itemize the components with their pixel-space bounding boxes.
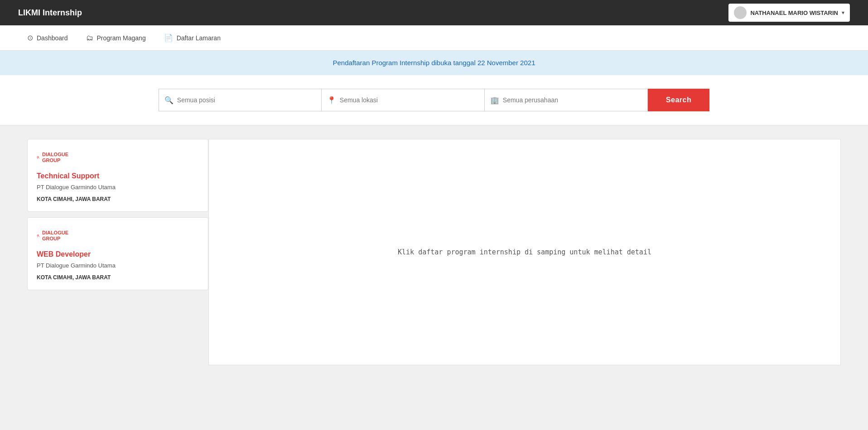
detail-placeholder: Klik daftar program internship di sampin…	[398, 248, 651, 256]
banner: Pendaftaran Program Internship dibuka ta…	[0, 51, 868, 75]
search-section: 🔍 📍 🏢 Search	[0, 75, 868, 125]
job-list-panel: dg DIALOGUEGROUP Technical Support PT Di…	[27, 139, 208, 365]
banner-text: Pendaftaran Program Internship dibuka ta…	[333, 59, 535, 67]
briefcase-icon: 🗂	[86, 34, 93, 42]
svg-text:dg: dg	[37, 237, 38, 237]
location-icon: 📍	[327, 96, 336, 105]
user-name: NATHANAEL MARIO WISTARIN	[750, 10, 838, 16]
dialogue-group-logo-icon: dg	[37, 228, 40, 244]
building-icon: 🏢	[490, 96, 499, 105]
secondary-nav: ⊙ Dashboard 🗂 Program Magang 📄 Daftar La…	[0, 25, 868, 51]
nav-label-program-magang: Program Magang	[97, 34, 146, 42]
company-search-field: 🏢	[485, 89, 648, 111]
svg-line-2	[39, 158, 39, 158]
svg-point-5	[38, 235, 39, 236]
search-icon: 🔍	[164, 96, 174, 105]
file-icon: 📄	[164, 33, 173, 42]
position-input[interactable]	[177, 96, 316, 104]
dialogue-group-logo-icon: dg	[37, 149, 40, 166]
job-detail-panel: Klik daftar program internship di sampin…	[208, 139, 841, 365]
nav-item-program-magang[interactable]: 🗂 Program Magang	[86, 34, 146, 42]
brand-text-bold: Internship	[43, 8, 82, 17]
svg-point-1	[38, 157, 39, 158]
nav-label-dashboard: Dashboard	[37, 34, 68, 42]
compass-icon: ⊙	[27, 33, 33, 42]
job-title: Technical Support	[37, 172, 199, 180]
job-location: KOTA CIMAHI, JAWA BARAT	[37, 274, 199, 281]
brand-text-plain: LIKMI	[18, 8, 43, 17]
job-location: KOTA CIMAHI, JAWA BARAT	[37, 196, 199, 202]
search-button[interactable]: Search	[648, 89, 709, 111]
location-search-field: 📍	[322, 89, 485, 111]
main-content: dg DIALOGUEGROUP Technical Support PT Di…	[0, 125, 868, 379]
user-menu[interactable]: NATHANAEL MARIO WISTARIN ▾	[728, 4, 850, 22]
company-name: PT Dialogue Garmindo Utama	[37, 262, 199, 269]
company-logo: dg DIALOGUEGROUP	[37, 148, 68, 167]
position-search-field: 🔍	[159, 89, 322, 111]
avatar	[734, 6, 747, 19]
navbar: LIKMI Internship NATHANAEL MARIO WISTARI…	[0, 0, 868, 25]
chevron-down-icon: ▾	[842, 10, 844, 16]
nav-label-daftar-lamaran: Daftar Lamaran	[177, 34, 221, 42]
company-input[interactable]	[503, 96, 642, 104]
svg-line-6	[39, 236, 39, 237]
brand-logo: LIKMI Internship	[18, 8, 82, 18]
location-input[interactable]	[340, 96, 479, 104]
company-name: PT Dialogue Garmindo Utama	[37, 184, 199, 191]
svg-text:dg: dg	[37, 158, 38, 159]
nav-item-dashboard[interactable]: ⊙ Dashboard	[27, 33, 68, 42]
company-logo-text: DIALOGUEGROUP	[42, 152, 68, 163]
job-title: WEB Developer	[37, 250, 199, 258]
company-logo: dg DIALOGUEGROUP	[37, 227, 68, 245]
company-logo-text: DIALOGUEGROUP	[42, 230, 68, 242]
nav-item-daftar-lamaran[interactable]: 📄 Daftar Lamaran	[164, 33, 221, 42]
job-card[interactable]: dg DIALOGUEGROUP Technical Support PT Di…	[27, 139, 208, 212]
job-card[interactable]: dg DIALOGUEGROUP WEB Developer PT Dialog…	[27, 217, 208, 290]
